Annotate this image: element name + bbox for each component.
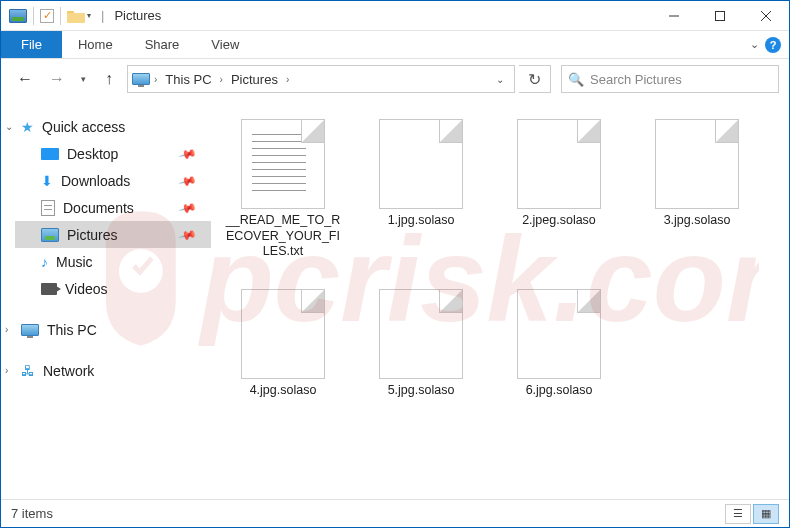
tree-label: Music [56, 254, 93, 270]
music-icon: ♪ [41, 254, 48, 270]
chevron-right-icon[interactable]: › [5, 324, 8, 335]
navigation-row: ← → ▾ ↑ › This PC › Pictures › ⌄ ↻ 🔍 Sea… [1, 59, 789, 99]
home-tab[interactable]: Home [62, 31, 129, 58]
details-view-button[interactable]: ☰ [725, 504, 751, 524]
this-pc-icon [132, 73, 150, 85]
star-icon: ★ [21, 119, 34, 135]
close-button[interactable] [743, 1, 789, 31]
tree-label: Desktop [67, 146, 118, 162]
tree-this-pc[interactable]: › This PC [15, 316, 211, 343]
ribbon-tabs: File Home Share View ⌄ ? [1, 31, 789, 59]
title-separator: | [101, 8, 104, 23]
blank-file-icon [241, 289, 325, 379]
tree-music[interactable]: ♪ Music [15, 248, 211, 275]
tree-label: Documents [63, 200, 134, 216]
file-name-label: __READ_ME_TO_RECOVER_YOUR_FILES.txt [224, 213, 342, 260]
help-button[interactable]: ? [765, 37, 781, 53]
blank-file-icon [655, 119, 739, 209]
tree-label: Quick access [42, 119, 125, 135]
main-area: ⌄ ★ Quick access Desktop 📌 ⬇ Downloads 📌… [1, 99, 789, 489]
thumbnails-view-button[interactable]: ▦ [753, 504, 779, 524]
pin-icon: 📌 [178, 171, 198, 191]
tree-downloads[interactable]: ⬇ Downloads 📌 [15, 167, 211, 194]
back-button[interactable]: ← [11, 65, 39, 93]
qat-separator [33, 7, 34, 25]
file-name-label: 1.jpg.solaso [388, 213, 455, 229]
network-icon: 🖧 [21, 363, 35, 379]
tree-documents[interactable]: Documents 📌 [15, 194, 211, 221]
file-name-label: 2.jpeg.solaso [522, 213, 596, 229]
up-button[interactable]: ↑ [95, 65, 123, 93]
ribbon-expand-button[interactable]: ⌄ [750, 38, 759, 51]
blank-file-icon [379, 289, 463, 379]
file-tab[interactable]: File [1, 31, 62, 58]
window-title: Pictures [114, 8, 161, 23]
tree-network[interactable]: › 🖧 Network [15, 357, 211, 384]
blank-file-icon [517, 289, 601, 379]
file-name-label: 3.jpg.solaso [664, 213, 731, 229]
share-tab[interactable]: Share [129, 31, 196, 58]
chevron-right-icon[interactable]: › [286, 74, 289, 85]
tree-pictures[interactable]: Pictures 📌 [15, 221, 211, 248]
blank-file-icon [517, 119, 601, 209]
tree-videos[interactable]: Videos [15, 275, 211, 302]
tree-label: This PC [47, 322, 97, 338]
status-bar: 7 items ☰ ▦ [1, 499, 789, 527]
chevron-right-icon[interactable]: › [5, 365, 8, 376]
qat-new-folder-button[interactable]: ▾ [67, 9, 91, 23]
view-tab[interactable]: View [195, 31, 255, 58]
title-bar: ✓ ▾ | Pictures [1, 1, 789, 31]
file-list[interactable]: __READ_ME_TO_RECOVER_YOUR_FILES.txt1.jpg… [211, 99, 789, 489]
breadcrumb-pictures[interactable]: Pictures [227, 70, 282, 89]
this-pc-icon [21, 324, 39, 336]
file-item[interactable]: 3.jpg.solaso [633, 111, 761, 281]
search-input[interactable]: 🔍 Search Pictures [561, 65, 779, 93]
tree-desktop[interactable]: Desktop 📌 [15, 140, 211, 167]
status-item-count: 7 items [11, 506, 53, 521]
chevron-right-icon[interactable]: › [220, 74, 223, 85]
chevron-down-icon: ▾ [87, 11, 91, 20]
file-item[interactable]: __READ_ME_TO_RECOVER_YOUR_FILES.txt [219, 111, 347, 281]
svg-rect-1 [716, 11, 725, 20]
address-dropdown-button[interactable]: ⌄ [490, 74, 510, 85]
close-icon [760, 10, 772, 22]
search-icon: 🔍 [568, 72, 584, 87]
file-item[interactable]: 5.jpg.solaso [357, 281, 485, 451]
file-item[interactable]: 4.jpg.solaso [219, 281, 347, 451]
search-placeholder: Search Pictures [590, 72, 682, 87]
document-icon [41, 200, 55, 216]
pictures-icon [41, 228, 59, 242]
qat-properties-button[interactable]: ✓ [40, 9, 54, 23]
tree-label: Videos [65, 281, 108, 297]
chevron-down-icon[interactable]: ⌄ [5, 121, 13, 132]
text-file-icon [241, 119, 325, 209]
file-name-label: 5.jpg.solaso [388, 383, 455, 399]
file-item[interactable]: 1.jpg.solaso [357, 111, 485, 281]
tree-label: Pictures [67, 227, 118, 243]
chevron-right-icon[interactable]: › [154, 74, 157, 85]
breadcrumb-this-pc[interactable]: This PC [161, 70, 215, 89]
desktop-icon [41, 148, 59, 160]
blank-file-icon [379, 119, 463, 209]
forward-button[interactable]: → [43, 65, 71, 93]
recent-locations-button[interactable]: ▾ [75, 74, 91, 84]
video-icon [41, 283, 57, 295]
download-icon: ⬇ [41, 173, 53, 189]
file-item[interactable]: 2.jpeg.solaso [495, 111, 623, 281]
app-icon[interactable] [9, 9, 27, 23]
tree-quick-access[interactable]: ⌄ ★ Quick access [15, 113, 211, 140]
address-bar[interactable]: › This PC › Pictures › ⌄ [127, 65, 515, 93]
file-name-label: 6.jpg.solaso [526, 383, 593, 399]
tree-label: Network [43, 363, 94, 379]
navigation-pane: ⌄ ★ Quick access Desktop 📌 ⬇ Downloads 📌… [1, 99, 211, 489]
pin-icon: 📌 [178, 225, 198, 245]
file-item[interactable]: 6.jpg.solaso [495, 281, 623, 451]
refresh-button[interactable]: ↻ [519, 65, 551, 93]
minimize-icon [668, 10, 680, 22]
maximize-button[interactable] [697, 1, 743, 31]
minimize-button[interactable] [651, 1, 697, 31]
pin-icon: 📌 [178, 198, 198, 218]
folder-icon [67, 9, 85, 23]
maximize-icon [714, 10, 726, 22]
pin-icon: 📌 [178, 144, 198, 164]
